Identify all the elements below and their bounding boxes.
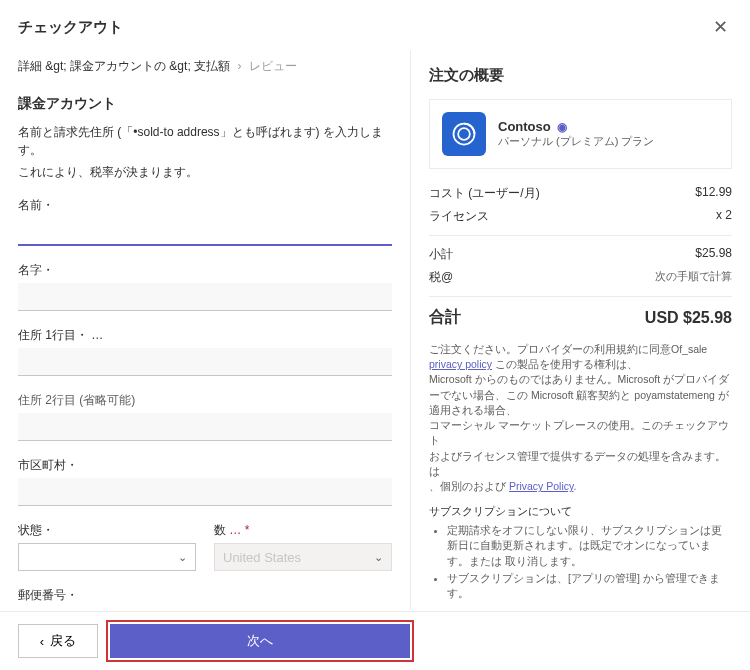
row-tax: 税@ 次の手順で計算 (429, 269, 732, 286)
dialog-content: 詳細 &gt; 課金アカウントの &gt; 支払額 › レビュー 課金アカウント… (0, 50, 750, 610)
city-input[interactable] (18, 478, 392, 506)
country-select[interactable]: United States ⌄ (214, 543, 392, 571)
state-select[interactable]: ⌄ (18, 543, 196, 571)
next-button[interactable]: 次へ (110, 624, 410, 658)
label-first-name: 名前 (18, 197, 392, 214)
label-last-name: 名字 (18, 262, 392, 279)
subscription-info: サブスクリプションについて 定期請求をオフにしない限り、サブスクリプションは更新… (429, 504, 732, 601)
chevron-right-icon: › (237, 59, 241, 73)
chevron-down-icon: ⌄ (178, 551, 187, 564)
svg-point-1 (458, 128, 470, 140)
form-panel: 詳細 &gt; 課金アカウントの &gt; 支払額 › レビュー 課金アカウント… (0, 50, 410, 610)
row-cost: コスト (ユーザー/月) $12.99 (429, 185, 732, 202)
verified-badge-icon: ◉ (557, 120, 567, 134)
breadcrumb: 詳細 &gt; 課金アカウントの &gt; 支払額 › レビュー (18, 50, 392, 89)
spiral-icon (450, 120, 478, 148)
label-address1: 住所 1行目 … (18, 327, 392, 344)
list-item: 定期請求をオフにしない限り、サブスクリプションは更新日に自動更新されます。は既定… (447, 523, 732, 569)
product-name: Contoso ◉ (498, 119, 654, 134)
section-title-billing: 課金アカウント (18, 95, 392, 113)
address1-input[interactable] (18, 348, 392, 376)
row-total: 合計 USD $25.98 (429, 307, 732, 328)
help-text-1: 名前と請求先住所 (「•sold-to address」とも呼ばれます) を入力… (18, 123, 392, 159)
back-button[interactable]: ‹ 戻る (18, 624, 98, 658)
legal-text: ご注文ください。プロバイダーの利用規約に同意Of_sale privacy po… (429, 342, 732, 494)
first-name-input[interactable] (18, 218, 392, 246)
product-plan: パーソナル (プレミアム) プラン (498, 134, 654, 149)
label-postal: 郵便番号 (18, 587, 392, 604)
breadcrumb-step-payment: 支払額 (194, 59, 230, 73)
product-card: Contoso ◉ パーソナル (プレミアム) プラン (429, 99, 732, 169)
divider (429, 296, 732, 297)
help-text-2: これにより、税率が決まります。 (18, 163, 392, 181)
label-state: 状態 (18, 522, 196, 539)
dialog-footer: ‹ 戻る 次へ (0, 611, 750, 670)
chevron-left-icon: ‹ (40, 634, 44, 649)
dialog-title: チェックアウト (18, 18, 123, 37)
privacy-policy-link-2[interactable]: Privacy Policy (509, 480, 574, 492)
row-license: ライセンス x 2 (429, 208, 732, 225)
close-icon[interactable]: ✕ (709, 12, 732, 42)
row-subtotal: 小計 $25.98 (429, 246, 732, 263)
label-address2: 住所 2行目 (省略可能) (18, 392, 392, 409)
breadcrumb-step-review: レビュー (249, 59, 297, 73)
divider (429, 235, 732, 236)
address2-input[interactable] (18, 413, 392, 441)
summary-title: 注文の概要 (429, 66, 732, 85)
dialog-header: チェックアウト ✕ (0, 0, 750, 50)
summary-panel: 注文の概要 Contoso ◉ パーソナル (プレミアム) プラン コスト (ユ… (410, 50, 750, 610)
last-name-input[interactable] (18, 283, 392, 311)
list-item: サブスクリプションは、[アプリの管理] から管理できます。 (447, 571, 732, 601)
label-country: 数 … * (214, 522, 392, 539)
breadcrumb-step-billing: 課金アカウントの &gt; (70, 59, 191, 73)
product-logo (442, 112, 486, 156)
privacy-policy-link[interactable]: privacy policy (429, 358, 492, 370)
label-city: 市区町村 (18, 457, 392, 474)
chevron-down-icon: ⌄ (374, 551, 383, 564)
breadcrumb-step-details: 詳細 &gt; (18, 59, 67, 73)
